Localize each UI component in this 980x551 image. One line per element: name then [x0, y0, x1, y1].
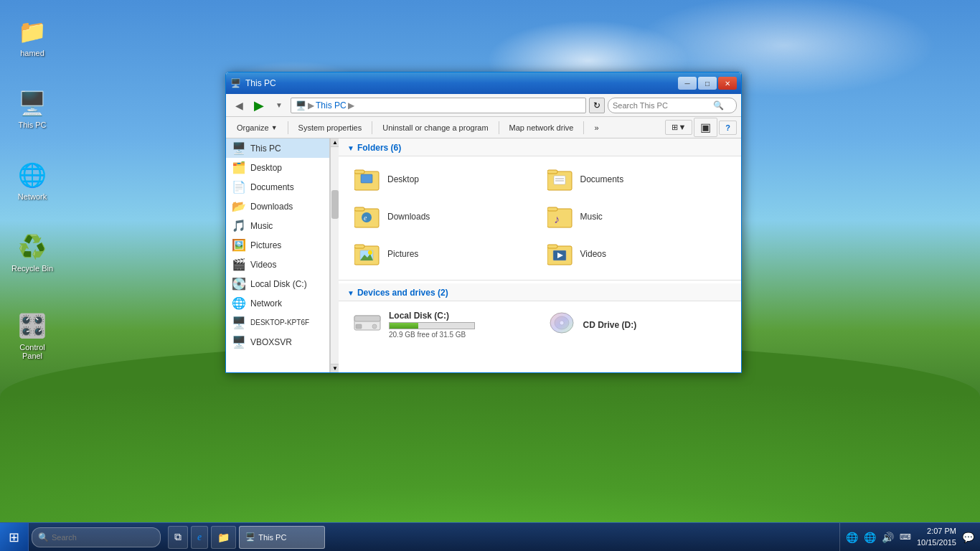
drive-c-name: Local Disk (C:) — [389, 311, 533, 321]
svg-point-31 — [550, 313, 573, 333]
drive-d-info: CD Drive (D:) — [583, 320, 727, 330]
drive-d-name: CD Drive (D:) — [583, 320, 727, 330]
folder-documents[interactable]: Documents — [540, 162, 733, 197]
window-controls: ─ □ ✕ — [678, 77, 737, 90]
folders-grid: Desktop Docume — [339, 156, 741, 277]
start-button[interactable]: ⊞ — [0, 523, 29, 552]
active-window-button[interactable]: 🖥️ This PC — [239, 526, 325, 549]
sidebar-item-downloads[interactable]: 📂 Downloads — [226, 197, 329, 216]
sidebar-item-desktop[interactable]: 🗂️ Desktop — [226, 158, 329, 177]
sidebar-item-pictures[interactable]: 🖼️ Pictures — [226, 235, 329, 255]
taskbar: ⊞ 🔍 ⧉ e 📁 🖥️ This PC 🌐 🌐 🔊 ⌨ — [0, 522, 980, 551]
desktop: 📁 hamed 🖥️ This PC 🌐 Network ♻️ Recycle … — [0, 0, 980, 551]
drives-section-label: Devices and drives (2) — [357, 288, 448, 298]
sidebar-item-music[interactable]: 🎵 Music — [226, 216, 329, 235]
videos-label: Videos — [580, 249, 606, 259]
taskbar-search-box[interactable]: 🔍 — [32, 527, 161, 547]
maximize-button[interactable]: □ — [698, 77, 717, 90]
sidebar-pictures-icon: 🖼️ — [232, 238, 246, 252]
clock-time: 2:07 PM — [917, 526, 956, 537]
downloads-label: Downloads — [387, 212, 430, 222]
sidebar-item-network[interactable]: 🌐 Network — [226, 293, 329, 313]
help-button[interactable]: ? — [719, 121, 737, 135]
drives-grid: Local Disk (C:) 20.9 GB free of 31.5 GB — [339, 301, 741, 348]
minimize-button[interactable]: ─ — [678, 77, 697, 90]
desktop-icon-control-panel[interactable]: 🎛️ Control Panel — [7, 309, 57, 363]
clock-date: 10/15/2015 — [917, 537, 956, 548]
desktop-icon-recycle-bin[interactable]: ♻️ Recycle Bin — [7, 230, 57, 276]
drive-local-disk-c[interactable]: Local Disk (C:) 20.9 GB free of 31.5 GB — [347, 307, 539, 342]
edge-icon: e — [197, 532, 202, 543]
breadcrumb-this-pc[interactable]: This PC — [316, 100, 347, 110]
folders-section-header[interactable]: ▼ Folders (6) — [339, 138, 741, 156]
task-view-button[interactable]: ⧉ — [168, 526, 188, 549]
sidebar-local-disk-label: Local Disk (C:) — [250, 279, 307, 289]
notifications-icon[interactable]: 💬 — [962, 532, 974, 543]
refresh-button[interactable]: ↻ — [589, 98, 605, 113]
svg-rect-16 — [354, 245, 364, 248]
sidebar-container: 🖥️ This PC 🗂️ Desktop 📄 Documents 📂 Down… — [226, 138, 339, 372]
uninstall-button[interactable]: Uninstall or change a program — [376, 121, 494, 135]
sidebar-music-label: Music — [250, 221, 273, 231]
edge-button[interactable]: e — [191, 526, 208, 549]
map-network-button[interactable]: Map network drive — [503, 121, 580, 135]
cd-icon — [547, 310, 576, 339]
drive-cd-d[interactable]: CD Drive (D:) — [542, 307, 733, 342]
taskbar-search-input[interactable] — [52, 533, 145, 542]
recent-locations-button[interactable]: ▼ — [270, 97, 288, 114]
scroll-thumb[interactable] — [331, 190, 339, 219]
folder-music[interactable]: ♪ Music — [540, 199, 733, 234]
taskbar-clock[interactable]: 2:07 PM 10/15/2015 — [917, 526, 956, 548]
folder-videos[interactable]: Videos — [540, 237, 733, 271]
search-box[interactable]: 🔍 — [608, 98, 737, 113]
search-input[interactable] — [613, 101, 713, 110]
globe-tray-icon[interactable]: 🌐 — [846, 532, 858, 543]
svg-rect-26 — [356, 324, 362, 329]
close-button[interactable]: ✕ — [718, 77, 737, 90]
details-pane-button[interactable]: ▣ — [694, 118, 717, 137]
forward-button[interactable]: ▶ — [250, 97, 268, 114]
control-panel-label: Control Panel — [10, 343, 55, 360]
sidebar-desktop-kpt-label: DESKTOP-KPT6F — [250, 319, 309, 326]
downloads-folder-icon: e — [353, 204, 382, 230]
sidebar-documents-icon: 📄 — [232, 180, 246, 194]
svg-rect-2 — [361, 174, 372, 183]
sidebar-item-local-disk[interactable]: 💽 Local Disk (C:) — [226, 274, 329, 293]
folder-downloads[interactable]: e Downloads — [347, 199, 540, 234]
svg-point-19 — [368, 250, 372, 255]
organize-button[interactable]: Organize ▼ — [230, 121, 284, 135]
organize-dropdown-icon: ▼ — [271, 124, 278, 131]
drives-section-header[interactable]: ▼ Devices and drives (2) — [339, 283, 741, 301]
toolbar: Organize ▼ System properties Uninstall o… — [226, 117, 741, 138]
sidebar-item-vboxsvr[interactable]: 🖥️ VBOXSVR — [226, 332, 329, 352]
drive-c-info: Local Disk (C:) 20.9 GB free of 31.5 GB — [389, 311, 533, 339]
task-view-icon: ⧉ — [174, 531, 182, 543]
active-window-icon: 🖥️ — [245, 532, 255, 542]
sidebar-item-documents[interactable]: 📄 Documents — [226, 177, 329, 197]
system-properties-button[interactable]: System properties — [292, 121, 369, 135]
svg-text:♪: ♪ — [554, 213, 560, 225]
network-tray-icon[interactable]: 🌐 — [864, 532, 876, 543]
back-button[interactable]: ◀ — [230, 97, 248, 114]
view-button[interactable]: ⊞▼ — [665, 120, 692, 135]
keyboard-tray-icon[interactable]: ⌨ — [900, 532, 911, 542]
more-button[interactable]: » — [588, 121, 605, 135]
file-explorer-button[interactable]: 📁 — [211, 526, 236, 549]
desktop-icon-hamed[interactable]: 📁 hamed — [7, 14, 57, 60]
sidebar-item-this-pc[interactable]: 🖥️ This PC — [226, 138, 329, 158]
address-path[interactable]: 🖥️ ▶ This PC ▶ — [291, 98, 586, 113]
svg-rect-25 — [354, 316, 380, 321]
sidebar-item-videos[interactable]: 🎬 Videos — [226, 255, 329, 274]
folder-desktop[interactable]: Desktop — [347, 162, 540, 197]
folder-pictures[interactable]: Pictures — [347, 237, 540, 271]
sidebar-network-icon: 🌐 — [232, 296, 246, 310]
sidebar-item-desktop-kpt[interactable]: 🖥️ DESKTOP-KPT6F — [226, 313, 329, 332]
sidebar-downloads-label: Downloads — [250, 202, 293, 212]
desktop-icon-network[interactable]: 🌐 Network — [7, 158, 57, 204]
volume-tray-icon[interactable]: 🔊 — [882, 532, 894, 543]
svg-point-27 — [372, 324, 377, 329]
desktop-icon-this-pc[interactable]: 🖥️ This PC — [7, 86, 57, 132]
title-bar-left: 🖥️ This PC — [230, 78, 276, 88]
file-explorer-icon: 📁 — [217, 532, 230, 543]
sidebar: 🖥️ This PC 🗂️ Desktop 📄 Documents 📂 Down… — [226, 138, 330, 372]
